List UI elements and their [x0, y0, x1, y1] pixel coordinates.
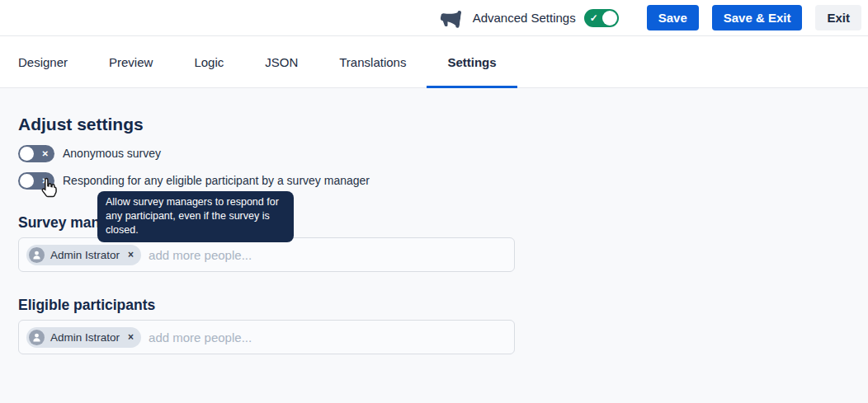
advanced-settings-toggle[interactable]: ✓ [584, 9, 619, 27]
x-icon: ✕ [42, 176, 49, 186]
eligible-participants-heading: Eligible participants [18, 297, 868, 313]
manager-responding-label: Responding for any eligible participant … [63, 174, 370, 187]
manager-responding-toggle[interactable]: ✕ [18, 172, 54, 190]
person-name: Admin Istrator [50, 249, 120, 261]
check-icon: ✓ [590, 12, 598, 25]
eligible-participants-input[interactable]: Admin Istrator × [18, 320, 515, 354]
x-icon: ✕ [42, 148, 49, 159]
toggle-knob [20, 147, 34, 161]
remove-person-icon[interactable]: × [128, 331, 134, 343]
active-tab-underline [427, 86, 517, 88]
advanced-settings-label: Advanced Settings [473, 11, 576, 25]
person-chip: Admin Istrator × [26, 245, 141, 265]
person-icon [29, 247, 45, 263]
save-and-exit-button[interactable]: Save & Exit [712, 5, 803, 30]
person-icon [29, 330, 45, 345]
toggle-tooltip: Allow survey managers to respond for any… [97, 191, 294, 242]
add-people-input[interactable] [147, 330, 507, 345]
anonymous-survey-label: Anonymous survey [63, 147, 161, 160]
remove-person-icon[interactable]: × [128, 249, 134, 260]
person-chip: Admin Istrator × [26, 327, 141, 348]
survey-managers-input[interactable]: Admin Istrator × [18, 237, 515, 272]
megaphone-icon [438, 6, 463, 30]
toggle-knob [602, 11, 617, 26]
tab-preview[interactable]: Preview [88, 36, 173, 87]
toggle-knob [20, 174, 34, 188]
tab-settings[interactable]: Settings [427, 36, 517, 87]
tab-logic[interactable]: Logic [173, 36, 244, 87]
tab-designer[interactable]: Designer [0, 36, 88, 87]
page-title: Adjust settings [18, 115, 868, 134]
top-toolbar: Advanced Settings ✓ Save Save & Exit Exi… [0, 0, 868, 36]
person-name: Admin Istrator [50, 331, 120, 344]
tab-bar: Designer Preview Logic JSON Translations… [0, 36, 868, 88]
exit-button[interactable]: Exit [815, 5, 861, 30]
manager-responding-row: ✕ Responding for any eligible participan… [18, 171, 868, 190]
anonymous-survey-toggle[interactable]: ✕ [18, 145, 54, 162]
save-button[interactable]: Save [647, 5, 699, 30]
add-people-input[interactable] [147, 247, 507, 263]
tab-json[interactable]: JSON [244, 36, 318, 87]
tab-translations[interactable]: Translations [318, 36, 427, 87]
anonymous-survey-row: ✕ Anonymous survey [18, 144, 868, 162]
